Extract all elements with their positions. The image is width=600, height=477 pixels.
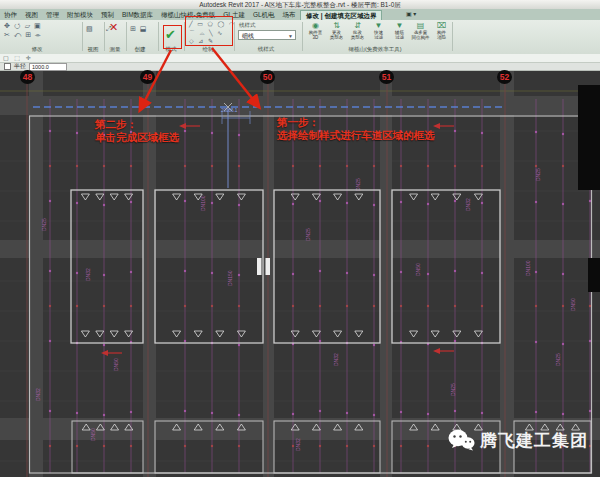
panel-divider	[104, 22, 105, 51]
panel-label-modify: 修改	[32, 46, 43, 53]
svg-text:DN32: DN32	[295, 438, 301, 451]
ribbon-tab[interactable]: 协作	[0, 9, 21, 20]
grid-bubble: 50	[260, 70, 275, 84]
panel-divider	[126, 22, 127, 51]
svg-text:DN25: DN25	[450, 383, 456, 396]
panel-label-create: 创建	[135, 46, 146, 53]
radius-checkbox[interactable]	[4, 63, 11, 70]
grid-bubble: 51	[379, 70, 394, 84]
svg-text:DN25: DN25	[555, 353, 561, 366]
olive-tool-button[interactable]: ⇅ 更改 类型名	[327, 21, 346, 40]
svg-text:DN32: DN32	[333, 353, 339, 366]
create-tools-icons[interactable]: ⊞ ⬓	[130, 24, 147, 33]
line-style-value: 细线	[242, 33, 254, 39]
svg-text:DN25: DN25	[355, 178, 361, 191]
modify-tools-icons[interactable]: ✥ ⭯ ▱ ▣ ✂ ⤺ ⊞ ⌯	[4, 21, 42, 39]
svg-text:DN50: DN50	[570, 298, 576, 311]
svg-text:DN25: DN25	[535, 168, 541, 181]
panel-divider	[452, 22, 453, 51]
ribbon-tab[interactable]: 附加模块	[63, 9, 97, 20]
panel-divider	[82, 22, 83, 51]
annotation-step2: 第二步： 单击完成区域框选	[95, 118, 179, 144]
options-bar: 半径 1000.0	[0, 63, 600, 71]
annotation-step1-body: 选择绘制样式进行车道区域的框选	[277, 129, 435, 142]
highlight-box-finish	[163, 25, 182, 49]
annotation-step2-title: 第二步：	[95, 118, 179, 131]
ribbon-tab[interactable]: 预制	[97, 9, 118, 20]
svg-text:DN150: DN150	[227, 270, 233, 286]
temporary-dimension: 20086.1	[221, 108, 237, 113]
svg-text:DN25: DN25	[41, 218, 47, 231]
quick-view-toolbar: ▢ ⬚ ✛	[0, 54, 600, 63]
annotation-step2-body: 单击完成区域框选	[95, 131, 179, 144]
line-style-dropdown[interactable]: 细线 ▼	[238, 30, 296, 40]
olive-tool-icon: ⇅	[333, 21, 340, 30]
drawing-area[interactable]: DN25DN32DN50DN100DN150DN25DN32DN50DN25DN…	[0, 71, 600, 477]
watermark: 腾飞建工集团	[448, 429, 588, 452]
panel-label-draw: 绘制	[203, 46, 214, 53]
panel-label-line-style: 线样式	[258, 46, 275, 53]
radius-input[interactable]: 1000.0	[29, 63, 67, 71]
ribbon-tab[interactable]: 管理	[42, 9, 63, 20]
olive-tool-button[interactable]: ◉ 构件查3D	[306, 21, 325, 40]
olive-tools-panel: ◉ 构件查3D ⇅ 更改 类型名 ⇵ 批改 类型名 ▼ 快速 过滤 ▼ 辅筋 过…	[306, 21, 451, 40]
olive-tool-button[interactable]: ▼ 快速 过滤	[369, 21, 388, 40]
wechat-icon	[448, 429, 475, 452]
olive-tool-icon: ⇵	[354, 21, 361, 30]
svg-text:DN50: DN50	[90, 428, 96, 441]
panel-label-view: 视图	[88, 46, 99, 53]
chevron-down-icon: ▼	[288, 31, 293, 41]
grid-bubble: 52	[497, 70, 512, 84]
svg-text:DN32: DN32	[35, 388, 41, 401]
svg-text:DN100: DN100	[525, 260, 531, 276]
olive-tool-icon: ▼	[375, 21, 383, 30]
svg-text:DN32: DN32	[85, 268, 91, 281]
cancel-sketch-icon[interactable]: ✕	[109, 21, 118, 34]
view-tool-icon[interactable]: ▧	[86, 24, 94, 33]
panel-label-olive: 橄榄山(免费效率工具)	[348, 46, 401, 53]
ribbon-tab-active[interactable]: 修改 | 创建填充区域边界	[300, 10, 382, 20]
olive-tool-icon: ▤	[417, 21, 425, 30]
olive-tool-button[interactable]: ▤ 选多窗 同位构件	[411, 21, 430, 40]
grid-bubble: 48	[20, 70, 35, 84]
olive-tool-icon: ⌧	[437, 21, 446, 30]
grid-bubble: 49	[140, 70, 155, 84]
mini-toolbar-icons[interactable]: ▢ ⬚ ✛	[3, 55, 33, 61]
panel-label-measure: 测量	[110, 46, 121, 53]
ribbon-tab[interactable]: BIM数据库	[118, 9, 157, 20]
olive-tool-icon: ◉	[312, 21, 319, 30]
panel-divider	[302, 22, 303, 51]
olive-tool-button[interactable]: ⌧ 构件 消隐	[432, 21, 451, 40]
ribbon-tab[interactable]: GL机电	[249, 9, 279, 20]
ribbon: ✥ ⭯ ▱ ▣ ✂ ⤺ ⊞ ⌯ ▧ ⤢ ⊞ ⬓ ✕ ✔ ╱ ▭ ⬠ ◯ ◠ ⌒ …	[0, 20, 600, 55]
line-style-mini-label: 线样式	[239, 22, 256, 29]
ribbon-tab[interactable]: 视图	[21, 9, 42, 20]
panel-divider	[158, 22, 159, 51]
highlight-box-draw	[185, 16, 233, 46]
ribbon-tab[interactable]: 场布	[279, 9, 300, 20]
olive-tool-icon: ▼	[396, 21, 404, 30]
annotation-step1: 第一步： 选择绘制样式进行车道区域的框选	[277, 116, 435, 142]
svg-text:DN50: DN50	[113, 358, 119, 371]
watermark-text: 腾飞建工集团	[480, 429, 588, 452]
panel-divider	[234, 22, 235, 51]
svg-text:DN25: DN25	[305, 228, 311, 241]
svg-text:DN50: DN50	[415, 263, 421, 276]
olive-tool-button[interactable]: ⇵ 批改 类型名	[348, 21, 367, 40]
svg-text:DN32: DN32	[465, 198, 471, 211]
olive-tool-button[interactable]: ▼ 辅筋 过滤	[390, 21, 409, 40]
annotation-step1-title: 第一步：	[277, 116, 435, 129]
tab-overflow-menu[interactable]: ▣ ▾	[400, 9, 422, 20]
svg-text:DN100: DN100	[200, 195, 206, 211]
